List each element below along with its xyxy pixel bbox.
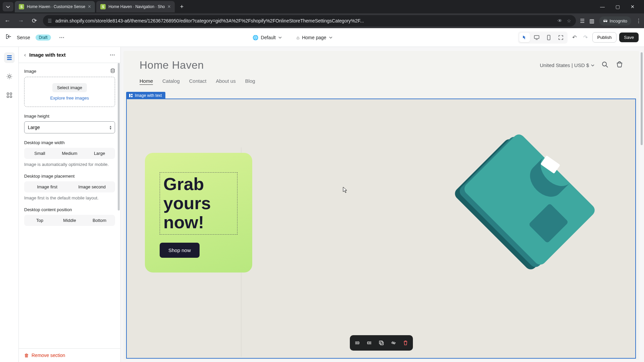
close-tab-icon[interactable]: × <box>88 4 91 10</box>
svg-rect-1 <box>547 35 550 40</box>
sidebar-scrollbar[interactable] <box>117 63 120 347</box>
width-large-button[interactable]: Large <box>85 148 114 158</box>
tab-search-button[interactable] <box>3 2 13 11</box>
remove-section-label: Remove section <box>32 353 65 358</box>
side-panel-icon[interactable]: ▥ <box>589 18 594 24</box>
shop-now-button[interactable]: Shop now <box>160 243 200 258</box>
nav-about[interactable]: About us <box>216 78 235 85</box>
select-chevron-icon: ▴▾ <box>110 125 111 130</box>
page-dropdown[interactable]: ⌂ Home page <box>293 33 336 42</box>
close-tab-icon[interactable]: × <box>168 4 171 10</box>
nav-contact[interactable]: Contact <box>189 78 207 85</box>
hide-button[interactable] <box>388 338 399 348</box>
svg-rect-17 <box>462 132 597 267</box>
delete-button[interactable] <box>400 338 411 348</box>
apps-rail-button[interactable] <box>4 90 15 101</box>
globe-icon: 🌐 <box>253 35 258 40</box>
text-card: Grab yours now! Shop now <box>145 153 252 273</box>
width-medium-button[interactable]: Medium <box>55 148 85 158</box>
bookmark-icon[interactable]: ☆ <box>567 18 571 23</box>
back-button[interactable]: ← <box>3 17 12 24</box>
incognito-icon: 🕶 <box>603 18 607 23</box>
redo-button: ↷ <box>581 32 590 43</box>
section-canvas[interactable]: Grab yours now! Shop now <box>127 99 635 358</box>
move-up-button[interactable] <box>352 338 363 348</box>
site-settings-icon[interactable]: ☰ <box>48 18 52 23</box>
placement-second-button[interactable]: Image second <box>70 182 115 192</box>
search-icon[interactable] <box>602 61 608 69</box>
explore-images-link[interactable]: Explore free images <box>29 96 111 101</box>
svg-rect-7 <box>10 93 12 95</box>
desktop-view-button[interactable] <box>531 33 542 42</box>
template-dropdown[interactable]: 🌐 Default <box>249 33 285 42</box>
headline-text: Grab yours now! <box>163 175 234 232</box>
sidebar-back-button[interactable]: ‹ <box>24 52 26 58</box>
width-small-button[interactable]: Small <box>25 148 55 158</box>
nav-catalog[interactable]: Catalog <box>162 78 180 85</box>
section-badge[interactable]: Image with text <box>126 92 165 99</box>
image-width-segmented: Small Medium Large <box>24 148 115 159</box>
svg-rect-20 <box>379 341 382 344</box>
preview-scrollbar[interactable] <box>640 51 643 360</box>
undo-button[interactable]: ↶ <box>570 32 579 43</box>
page-label: Home page <box>302 35 326 40</box>
sidebar-title: Image with text <box>29 52 106 58</box>
dynamic-source-icon[interactable] <box>110 68 115 74</box>
nav-blog[interactable]: Blog <box>245 78 255 85</box>
image-height-value: Large <box>28 125 40 130</box>
move-down-button[interactable] <box>364 338 375 348</box>
content-position-label: Desktop content position <box>24 207 72 212</box>
position-top-button[interactable]: Top <box>25 216 55 225</box>
image-height-label: Image height <box>24 114 49 119</box>
image-picker: Select image Explore free images <box>24 77 115 107</box>
chevron-down-icon <box>329 36 332 39</box>
svg-point-10 <box>111 69 114 70</box>
position-middle-button[interactable]: Middle <box>55 216 85 225</box>
placement-helper-text: Image first is the default mobile layout… <box>24 195 115 201</box>
placement-first-button[interactable]: Image first <box>25 182 70 192</box>
incognito-badge[interactable]: 🕶 Incognito <box>599 16 631 25</box>
exit-editor-button[interactable] <box>5 34 11 41</box>
browser-tab-2[interactable]: S Home Haven · Navigation · Sho × <box>96 1 174 12</box>
publish-button[interactable]: Publish <box>592 32 617 43</box>
mobile-view-button[interactable] <box>543 33 554 42</box>
duplicate-button[interactable] <box>376 338 387 348</box>
maximize-button[interactable]: ▢ <box>613 3 623 11</box>
reload-button[interactable]: ⟳ <box>30 17 39 24</box>
headline-block[interactable]: Grab yours now! <box>160 172 237 235</box>
address-bar[interactable]: ☰ admin.shopify.com/store/de8143-a6/them… <box>43 15 576 26</box>
section-badge-label: Image with text <box>135 93 162 98</box>
currency-selector[interactable]: United States | USD $ <box>540 62 594 68</box>
save-button[interactable]: Save <box>619 33 639 42</box>
menu-icon[interactable]: ⋮ <box>636 18 641 24</box>
inspector-button[interactable] <box>519 33 530 42</box>
image-placement-label: Desktop image placement <box>24 174 74 179</box>
browser-tab-1[interactable]: S Home Haven · Customize Sense × <box>15 1 95 12</box>
svg-rect-0 <box>534 36 539 39</box>
close-window-button[interactable]: ✕ <box>628 3 637 11</box>
chevron-down-icon <box>591 64 594 67</box>
sections-rail-button[interactable] <box>4 52 15 63</box>
remove-section-button[interactable]: 🗑 Remove section <box>19 348 120 362</box>
nav-home[interactable]: Home <box>140 78 153 85</box>
select-image-button[interactable]: Select image <box>52 83 87 92</box>
reading-list-icon[interactable]: ☰ <box>580 18 585 24</box>
sidebar-more-button[interactable]: ⋯ <box>110 52 115 58</box>
fullscreen-button[interactable] <box>555 33 566 42</box>
image-height-select[interactable]: Large ▴▾ <box>24 121 115 133</box>
product-image <box>434 129 608 277</box>
settings-rail-button[interactable] <box>4 71 15 82</box>
minimize-button[interactable]: — <box>597 3 607 11</box>
cart-icon[interactable] <box>616 61 623 69</box>
trash-icon: 🗑 <box>24 353 29 358</box>
position-bottom-button[interactable]: Bottom <box>85 216 114 225</box>
currency-label: United States | USD $ <box>540 62 589 68</box>
store-name: Home Haven <box>140 59 204 71</box>
url-text: admin.shopify.com/store/de8143-a6/themes… <box>55 18 554 23</box>
more-actions-button[interactable]: ⋯ <box>56 33 67 42</box>
svg-point-5 <box>8 75 10 77</box>
new-tab-button[interactable]: + <box>176 3 188 10</box>
section-toolbar <box>350 335 413 351</box>
eye-off-icon[interactable]: 👁 <box>557 18 562 23</box>
forward-button[interactable]: → <box>16 17 25 24</box>
